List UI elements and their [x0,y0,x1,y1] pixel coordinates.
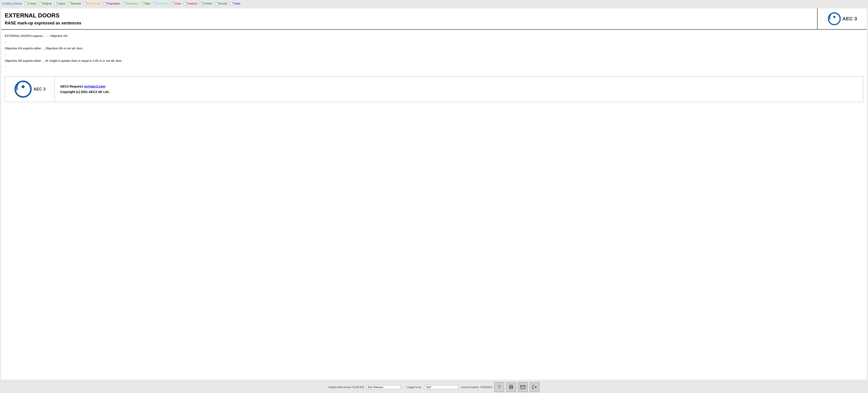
content-body: EXTERNAL DOORS expects ... ... Objective… [1,30,867,72]
version-label: English Beta version: B.250.025 [329,386,364,389]
nav-icon-getting-started: i [2,2,3,5]
nav-label-case: Case [175,2,181,5]
status-text: English Beta version: B.250.025 - Logged… [329,385,492,389]
logged-in-label: Logged in as: [407,386,422,389]
aec3-text-label: AEC 3 [842,16,857,22]
nav-label-dictionary: Dictionary [157,2,168,5]
footer-aec3-logo-icon [14,80,32,98]
nav-label-summary: Summary [126,2,138,5]
exit-icon [532,385,537,390]
nav-item-analysis[interactable]: Analysis [183,2,198,6]
nav-label-table: Table [144,2,150,5]
svg-rect-6 [510,388,512,389]
nav-doc-icon-procedural [84,2,87,5]
aec3-logo: AEC 3 [828,12,857,26]
nav-label-proposition: Proposition [106,2,120,5]
nav-doc-icon-case [171,2,174,5]
nav-item-dictionary[interactable]: Dictionary [152,2,170,6]
nav-label-browser: Browser [71,2,81,5]
header-logo: AEC 3 [817,8,867,29]
nav-doc-icon-latest [54,2,57,5]
page-subtitle: RASE mark-up expressed as sentences [5,21,813,26]
nav-item-table[interactable]: Table [140,2,152,6]
username-field[interactable] [424,385,459,389]
nav-label-original: Original [42,2,52,5]
nav-item-proposition[interactable]: Proposition [102,2,121,6]
svg-point-1 [833,16,835,18]
nav-label-procedural: Procedural [87,2,100,5]
nav-label-analysis: Analysis [187,2,197,5]
nav-label-create: Create [28,2,36,5]
nav-label-trace: Trace [234,2,240,5]
nav-label-latest: Latest [58,2,65,5]
nav-doc-icon-create [25,2,27,5]
footer-company-name: AEC3 Require1 [60,85,84,88]
separator-label: - [403,386,404,389]
tilde-1: ~ [5,39,863,44]
footer-company-line: AEC3 Require1 nn@aec3.com [60,85,110,88]
nav-doc-icon-summary [123,2,126,5]
nav-item-results[interactable]: Results [214,2,228,6]
nav-item-case[interactable]: Case [170,2,182,6]
main-content-area: EXTERNAL DOORS RASE mark-up expressed as… [1,8,867,380]
page-title: EXTERNAL DOORS [5,12,813,19]
nav-item-summary[interactable]: Summary [122,2,139,6]
svg-point-3 [22,85,25,88]
content-line-3: Objective r06 expects either ... r8: hei… [5,58,863,63]
nav-doc-icon-entities [200,2,203,5]
email-icon [520,385,525,389]
aec3-logo-icon [828,12,841,26]
footer-copyright: Copyright (c) 2021 AEC3 UK Ltd.. [60,90,110,94]
nav-item-latest[interactable]: Latest [53,2,66,6]
footer-aec3-text: AEC 3 [33,87,45,92]
nav-doc-icon-proposition [103,2,106,5]
nav-item-entities[interactable]: Entities [199,2,213,6]
nav-label-results: Results [218,2,227,5]
navigation-bar: iGetting StartedCreateOriginalLatestBrow… [0,0,868,7]
nav-doc-icon-results [215,2,218,5]
footer-email-link[interactable]: nn@aec3.com [84,85,105,88]
licence-label: Licence Expires: 17/05/2021 [461,386,493,389]
nav-doc-icon-analysis [184,2,186,5]
content-line-1: EXTERNAL DOORS expects ... ... Objective… [5,33,863,38]
footer-card: AEC 3 AEC3 Require1 nn@aec3.com Copyrigh… [5,76,863,102]
nav-item-getting-started[interactable]: iGetting Started [1,1,23,6]
nav-item-trace[interactable]: Trace [229,2,241,6]
print-icon [508,385,514,390]
nav-label-entities: Entities [204,2,212,5]
nav-doc-icon-table [141,2,143,5]
nav-item-procedural[interactable]: Procedural [83,2,101,6]
content-line-2: Objective r04 expects either ... Objecti… [5,46,863,51]
bottom-bar: English Beta version: B.250.025 - Logged… [0,381,868,393]
nav-item-original[interactable]: Original [38,2,53,6]
nav-doc-icon-dictionary [153,2,156,5]
header-text: EXTERNAL DOORS RASE mark-up expressed as… [1,8,817,29]
nav-item-browser[interactable]: Browser [67,2,82,6]
nav-doc-icon-browser [68,2,70,5]
email-button[interactable] [518,382,528,392]
footer-info-section: AEC3 Require1 nn@aec3.com Copyright (c) … [55,77,115,102]
nav-doc-icon-original [39,2,42,5]
svg-point-7 [512,387,513,387]
footer-aec3-logo: AEC 3 [14,80,45,98]
nav-item-create[interactable]: Create [24,2,37,6]
tilde-2: ~ [5,52,863,57]
help-button[interactable]: ? [494,382,504,392]
exit-button[interactable] [530,382,539,392]
nav-doc-icon-trace [230,2,233,5]
tilde-3: ~ [5,64,863,69]
footer-logo-section: AEC 3 [5,77,55,102]
user-field[interactable] [367,385,401,389]
nav-label-getting-started: Getting Started [4,2,22,5]
header-section: EXTERNAL DOORS RASE mark-up expressed as… [1,8,867,30]
print-button[interactable] [506,382,516,392]
